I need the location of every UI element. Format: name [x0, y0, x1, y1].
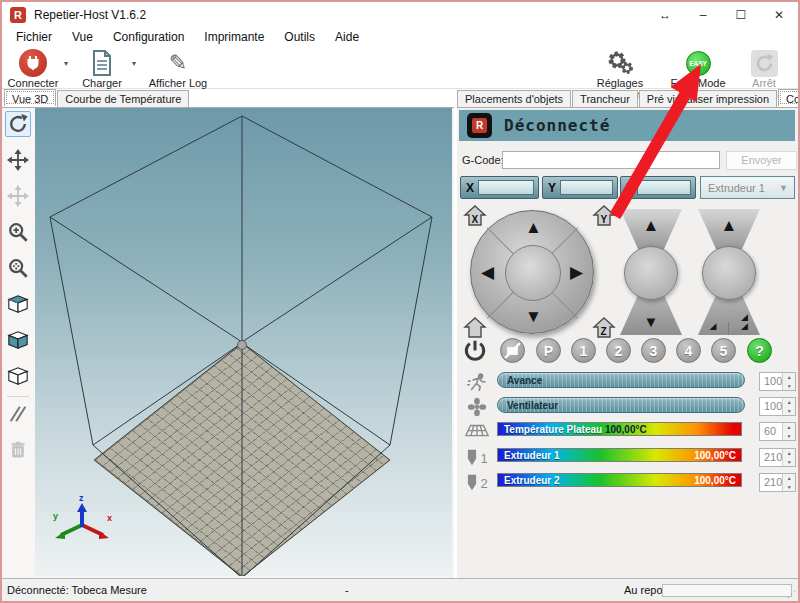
move-view-button[interactable] [5, 147, 31, 173]
z-jog-center[interactable] [624, 246, 678, 300]
xy-jog-pad[interactable]: ▲ ▼ ◀ ▶ [470, 210, 594, 334]
z-down-button[interactable]: ▼ [620, 295, 682, 335]
y-position-display: Y [542, 176, 618, 199]
wireframe-view-button[interactable] [5, 363, 31, 389]
extruder-select[interactable]: Extrudeur 1 ▼ [700, 176, 795, 199]
fan-spinner[interactable]: 100 ▲▼ [759, 397, 796, 416]
tab-vue-3d[interactable]: Vue 3D [4, 89, 56, 106]
svg-text:z: z [79, 493, 84, 503]
home-z-button[interactable]: Z [592, 316, 616, 340]
minimize-button[interactable]: – [684, 2, 722, 28]
iso-view-button[interactable] [5, 291, 31, 317]
home-y-button[interactable]: Y [592, 204, 616, 228]
home-all-button[interactable] [463, 316, 487, 340]
right-tab-strip: Placements d'objets Trancheur Pré visual… [457, 90, 800, 107]
progress-bar [662, 584, 792, 597]
tab-trancheur[interactable]: Trancheur [572, 90, 638, 107]
send-button[interactable]: Envoyer [726, 151, 797, 170]
motors-off-button[interactable] [500, 338, 525, 363]
feedrate-row: Avance 100 ▲▼ [457, 372, 800, 394]
preset-3-button[interactable]: 3 [641, 338, 666, 363]
bed-temp-row: Température Plateau 100,00°C 60 ▲▼ [457, 422, 800, 444]
move-object-button[interactable] [5, 183, 31, 209]
zoom-fit-button[interactable] [5, 255, 31, 281]
maximize-button[interactable]: ☐ [722, 2, 760, 28]
rotate-view-button[interactable] [5, 111, 31, 137]
fan-slider[interactable]: Ventilateur [497, 397, 745, 413]
jog-x-minus-icon[interactable]: ◀ [481, 264, 494, 281]
preset-5-button[interactable]: 5 [711, 338, 736, 363]
spinner-arrows-icon[interactable]: ▲▼ [782, 373, 795, 390]
main-toolbar: Connecter ▾ Charger ▾ ✎ Afficher Log Rég… [2, 47, 798, 89]
svg-text:X: X [472, 214, 479, 225]
feedrate-slider[interactable]: Avance [497, 372, 745, 388]
axis-indicator: y z x [45, 493, 155, 553]
zoom-in-button[interactable] [5, 219, 31, 245]
preset-4-button[interactable]: 4 [676, 338, 701, 363]
front-view-button[interactable] [5, 327, 31, 353]
extruder-1-icon: 1 [462, 448, 492, 468]
preset-1-button[interactable]: 1 [571, 338, 596, 363]
close-button[interactable]: ✕ [760, 2, 798, 28]
preset-2-button[interactable]: 2 [606, 338, 631, 363]
connection-banner: R Déconnecté [459, 110, 795, 141]
gcode-input[interactable] [502, 151, 720, 169]
extruder-jog-center[interactable] [702, 246, 756, 300]
retract-fast-icon[interactable]: ◢◢ [729, 313, 760, 335]
resize-grip[interactable]: ⋰ [787, 589, 796, 599]
resize-cursor-icon: ↔ [646, 2, 684, 28]
emergency-stop-icon [751, 50, 778, 77]
extruder2-temp-spinner[interactable]: 210 ▲▼ [759, 473, 796, 492]
fan-icon [462, 397, 492, 417]
printer-bed-3d-view[interactable]: y z x [35, 108, 452, 576]
z-up-button[interactable]: ▲ [620, 209, 682, 249]
show-log-button[interactable]: ✎ Afficher Log [146, 49, 210, 89]
retract-button[interactable]: ◢ ◢◢ [698, 295, 760, 335]
extruder1-temp-slider[interactable]: Extrudeur 1 100,00°C [497, 448, 742, 462]
home-x-button[interactable]: X [463, 204, 487, 228]
feedrate-spinner[interactable]: 100 ▲▼ [759, 372, 796, 391]
spinner-arrows-icon[interactable]: ▲▼ [782, 449, 795, 466]
spinner-arrows-icon[interactable]: ▲▼ [782, 474, 795, 491]
window-title: Repetier-Host V1.6.2 [34, 8, 146, 22]
extruder-jog-control[interactable]: ▲ ◢ ◢◢ [698, 209, 760, 335]
menu-outils[interactable]: Outils [274, 28, 325, 47]
retract-slow-icon[interactable]: ◢ [698, 322, 729, 335]
spinner-arrows-icon[interactable]: ▲▼ [782, 423, 795, 440]
jog-center-button[interactable] [505, 245, 561, 301]
menu-fichier[interactable]: Fichier [6, 28, 62, 47]
extruder-2-icon: 2 [462, 473, 492, 493]
jog-y-minus-icon[interactable]: ▼ [525, 308, 542, 325]
z-jog-control[interactable]: ▲ ▼ [620, 209, 682, 335]
plug-icon [19, 49, 47, 77]
bed-temp-slider[interactable]: Température Plateau 100,00°C [497, 422, 742, 436]
tab-controle-manuel[interactable]: Contrôle Manuel [778, 89, 800, 106]
load-dropdown-caret[interactable]: ▾ [132, 59, 136, 68]
tab-courbe-temperature[interactable]: Courbe de Température [57, 90, 189, 107]
connect-dropdown-caret[interactable]: ▾ [64, 59, 68, 68]
load-button[interactable]: Charger [78, 49, 126, 89]
jog-y-plus-icon[interactable]: ▲ [525, 219, 542, 236]
y-position-value [560, 180, 613, 195]
tab-previsualiser[interactable]: Pré visualiser impression [639, 90, 777, 107]
delete-object-button[interactable] [5, 437, 31, 463]
connect-button[interactable]: Connecter [6, 49, 60, 89]
extruder1-temp-spinner[interactable]: 210 ▲▼ [759, 448, 796, 467]
bed-temp-spinner[interactable]: 60 ▲▼ [759, 422, 796, 441]
extrude-button[interactable]: ▲ [698, 209, 760, 249]
menu-vue[interactable]: Vue [62, 28, 103, 47]
tab-placements-objets[interactable]: Placements d'objets [457, 90, 571, 107]
parallel-projection-button[interactable] [5, 401, 31, 427]
menu-configuration[interactable]: Configuration [103, 28, 194, 47]
menu-aide[interactable]: Aide [325, 28, 369, 47]
menu-imprimante[interactable]: Imprimante [194, 28, 274, 47]
help-button[interactable]: ? [747, 338, 772, 363]
spinner-arrows-icon[interactable]: ▲▼ [782, 398, 795, 415]
extruder2-temp-slider[interactable]: Extrudeur 2 100,00°C [497, 473, 742, 487]
jog-x-plus-icon[interactable]: ▶ [570, 264, 583, 281]
park-button[interactable]: P [536, 338, 561, 363]
pencil-icon: ✎ [169, 50, 187, 76]
power-button[interactable] [462, 338, 488, 368]
power-icon [462, 338, 488, 364]
easy-mode-button[interactable]: EASY Easy Mode [667, 49, 729, 89]
